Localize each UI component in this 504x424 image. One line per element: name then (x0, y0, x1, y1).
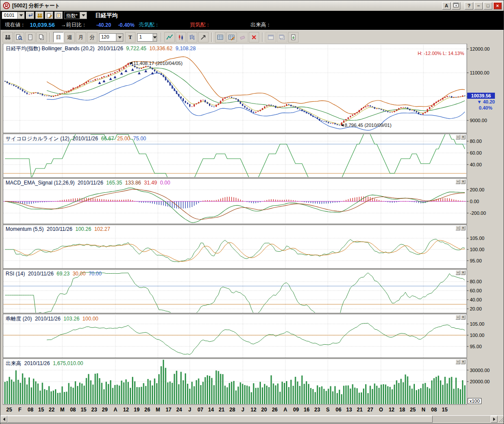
symbol-lookup-button[interactable] (35, 12, 44, 19)
svg-text:18: 18 (399, 407, 405, 413)
svg-text:22: 22 (49, 407, 55, 413)
copy-chart-button[interactable] (25, 32, 35, 42)
delete-drawing-button[interactable] (249, 32, 259, 42)
svg-text:19: 19 (134, 407, 140, 413)
panel-close-button[interactable]: × (461, 135, 465, 139)
svg-text:21: 21 (219, 407, 225, 413)
scroll-right-button[interactable] (491, 416, 498, 423)
svg-text:24: 24 (176, 407, 182, 413)
scrollbar-track[interactable] (7, 416, 491, 423)
svg-text:J: J (241, 407, 244, 413)
symbol-edit-button[interactable] (45, 12, 53, 19)
triangle-left-icon (3, 418, 5, 421)
bars-count-select[interactable]: 120 (99, 33, 123, 42)
eraser-tool-button[interactable] (238, 32, 248, 42)
svg-text:16: 16 (304, 407, 310, 413)
window-mode-button[interactable] (452, 2, 460, 10)
toolbar-separator (212, 32, 212, 42)
svg-text:21: 21 (357, 407, 363, 413)
chart-canvas[interactable]: 11,408.17 (2010/04/05)8,796.45 (2010/09/… (0, 44, 504, 415)
panel-minimize-button[interactable]: − (456, 179, 460, 184)
symbol-code-select[interactable]: 0101 (2, 12, 25, 19)
chevron-down-icon[interactable] (17, 12, 24, 19)
panel-close-button[interactable]: × (461, 270, 465, 275)
panel-minimize-button[interactable]: − (456, 315, 460, 320)
svg-text:F: F (18, 407, 21, 413)
scrollbar-thumb[interactable] (7, 416, 433, 423)
chevron-down-icon[interactable] (153, 34, 157, 41)
grid-icon (217, 34, 224, 41)
panel-minimize-button[interactable]: − (456, 270, 460, 275)
scroll-left-button[interactable] (0, 416, 7, 423)
window-tile-button[interactable] (266, 32, 276, 42)
svg-text:15: 15 (80, 407, 87, 413)
svg-text:80.00: 80.00 (470, 139, 482, 144)
candlestick-chart-button[interactable] (176, 32, 186, 42)
edit-chart-button[interactable] (226, 32, 237, 42)
period-day-button[interactable]: 日 (53, 32, 64, 42)
search-tool-button[interactable] (3, 32, 13, 42)
red-x-icon (250, 34, 257, 41)
svg-text:06: 06 (336, 407, 342, 413)
page-icon (27, 34, 34, 41)
svg-text:20: 20 (261, 407, 267, 413)
resize-grip-icon (498, 416, 504, 423)
quote-bar: 現在値： 10,039.56 →前日比： -40.20 -0.40% 売気配： … (0, 20, 504, 30)
panel-minimize-button[interactable]: − (456, 359, 460, 364)
svg-text:11,408.17 (2010/04/05): 11,408.17 (2010/04/05) (133, 61, 183, 66)
compare-chart-button[interactable] (198, 32, 209, 42)
svg-text:25: 25 (410, 407, 416, 413)
price-change-percent: 0.40% (467, 105, 495, 110)
svg-text:17: 17 (166, 407, 172, 413)
zoom-tool-button[interactable] (14, 32, 24, 42)
symbol-bar: 0101 指数* (0, 11, 504, 20)
interval-select[interactable]: 1 (137, 33, 157, 42)
chevron-down-icon[interactable] (80, 12, 87, 19)
symbol-code-value: 0101 (2, 12, 17, 19)
period-month-button[interactable]: 月 (76, 32, 86, 42)
svg-text:25: 25 (6, 407, 13, 413)
svg-text:28: 28 (229, 407, 235, 413)
svg-text:N: N (421, 407, 425, 413)
panel-close-button[interactable]: × (461, 315, 465, 320)
svg-text:M: M (156, 407, 160, 413)
panel-close-button[interactable]: × (461, 226, 465, 230)
chevron-down-icon[interactable] (116, 34, 123, 41)
symbol-go-button[interactable] (26, 12, 34, 19)
minimize-button[interactable]: – (474, 2, 483, 10)
help-button[interactable]: ? (465, 2, 473, 10)
period-minute-button[interactable]: 分 (87, 32, 97, 42)
new-window-button[interactable] (277, 32, 287, 42)
svg-text:60.00: 60.00 (470, 288, 482, 293)
panel-close-button[interactable]: × (461, 179, 465, 184)
svg-text:-200.00: -200.00 (470, 210, 486, 216)
line-chart-button[interactable] (164, 32, 175, 42)
maximize-button[interactable]: □ (484, 2, 492, 10)
svg-text:O: O (379, 407, 383, 413)
grid-settings-button[interactable] (215, 32, 225, 42)
symbol-category-select[interactable]: 指数* (64, 12, 87, 19)
tick-mode-button[interactable]: T (125, 32, 135, 42)
current-price-value: 10,039.56 (30, 22, 55, 28)
bar-chart-button[interactable] (187, 32, 197, 42)
save-layout-button[interactable] (288, 32, 299, 42)
page-pencil-icon (46, 13, 52, 19)
svg-text:0.00: 0.00 (470, 199, 479, 204)
panel-minimize-button[interactable]: − (456, 226, 460, 230)
svg-text:08: 08 (28, 407, 34, 413)
copy-page-button[interactable] (36, 32, 47, 42)
close-button[interactable]: × (493, 2, 502, 10)
svg-text:S: S (326, 407, 330, 413)
font-size-button[interactable]: A (442, 2, 451, 10)
change-percent: -0.40% (118, 22, 135, 28)
symbol-memo-button[interactable] (55, 12, 63, 19)
svg-text:29: 29 (102, 407, 108, 413)
period-week-button[interactable]: 週 (64, 32, 75, 42)
horizontal-scrollbar[interactable] (0, 415, 504, 423)
panel-minimize-button[interactable]: − (456, 135, 460, 139)
window-icon (267, 34, 274, 41)
svg-text:15: 15 (442, 407, 448, 413)
window-resize-grip[interactable] (498, 416, 504, 423)
svg-text:23: 23 (91, 407, 97, 413)
panel-close-button[interactable]: × (461, 359, 465, 364)
